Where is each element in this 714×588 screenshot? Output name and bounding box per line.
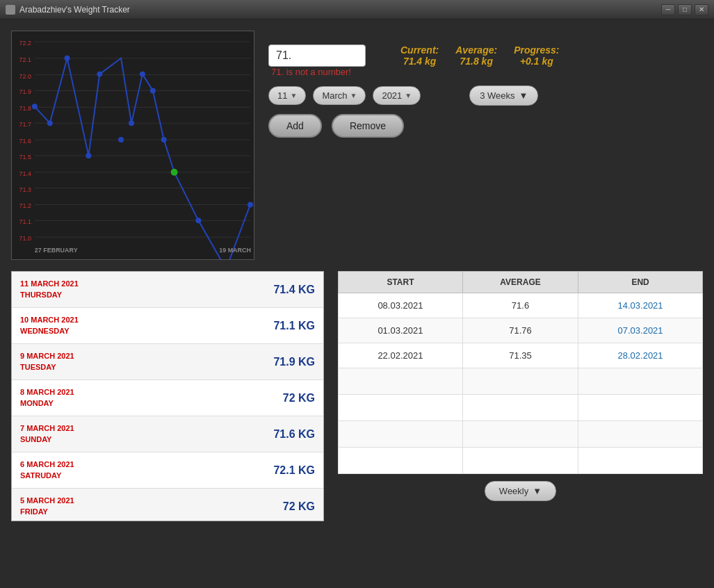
window-title: Arabadzhiev's Weight Tracker [19, 5, 661, 15]
table-row: 01.03.2021 71.76 07.03.2021 [339, 318, 703, 343]
svg-point-30 [97, 72, 102, 77]
log-date: 7 MARCH 2021SUNDAY [20, 423, 74, 445]
log-item: 7 MARCH 2021SUNDAY 71.6 KG [12, 416, 323, 452]
progress-label: Progress: [514, 44, 559, 56]
svg-text:71.0: 71.0 [19, 235, 31, 242]
weight-input-section: 71. is not a number! [268, 44, 366, 77]
log-weight: 71.9 KG [273, 356, 315, 368]
average-value: 71.8 kg [455, 56, 497, 67]
weekly-label: Weekly [499, 486, 528, 496]
date-selectors: 11 ▼ March ▼ 2021 ▼ 3 Weeks ▼ [268, 85, 703, 106]
period-dropdown[interactable]: 3 Weeks ▼ [469, 85, 538, 106]
day-arrow-icon: ▼ [290, 92, 297, 99]
end-cell: 07.03.2021 [578, 318, 703, 343]
svg-text:71.4: 71.4 [19, 170, 31, 177]
stats-container: Current: 71.4 kg Average: 71.8 kg Progre… [400, 44, 560, 67]
month-arrow-icon: ▼ [350, 92, 357, 99]
weekly-dropdown-row: Weekly ▼ [338, 481, 703, 501]
svg-text:71.5: 71.5 [19, 154, 31, 161]
current-value: 71.4 kg [400, 56, 439, 67]
svg-point-32 [129, 120, 134, 126]
svg-point-37 [195, 218, 201, 223]
log-item: 6 MARCH 2021SATRUDAY 72.1 KG [12, 452, 323, 489]
svg-point-29 [86, 153, 91, 158]
svg-text:19 MARCH: 19 MARCH [219, 247, 251, 254]
table-row: 08.03.2021 71.6 14.03.2021 [339, 293, 703, 318]
month-dropdown[interactable]: March ▼ [313, 86, 366, 105]
current-label: Current: [400, 44, 439, 56]
remove-button[interactable]: Remove [332, 114, 404, 138]
log-weight: 72.1 KG [273, 464, 315, 477]
close-button[interactable]: ✕ [695, 4, 708, 15]
svg-text:71.6: 71.6 [19, 138, 31, 145]
svg-text:71.2: 71.2 [19, 202, 31, 209]
log-item: 10 MARCH 2021WEDNESDAY 71.1 KG [12, 308, 323, 344]
col-average: AVERAGE [462, 272, 578, 293]
log-date: 6 MARCH 2021SATRUDAY [20, 459, 74, 481]
app-icon [6, 5, 15, 15]
year-value: 2021 [382, 90, 402, 101]
table-row-empty [339, 368, 703, 395]
bottom-section: 11 MARCH 2021THURSDAY 71.4 KG 10 MARCH 2… [11, 271, 703, 521]
log-date: 5 MARCH 2021FRIDAY [20, 496, 74, 517]
svg-text:72.0: 72.0 [19, 73, 31, 80]
log-date: 8 MARCH 2021MONDAY [20, 387, 74, 409]
period-value: 3 Weeks [480, 90, 514, 101]
period-arrow-icon: ▼ [519, 90, 528, 101]
log-weight: 71.6 KG [273, 428, 315, 441]
svg-text:71.8: 71.8 [19, 105, 31, 112]
start-cell: 08.03.2021 [339, 293, 463, 318]
log-list[interactable]: 11 MARCH 2021THURSDAY 71.4 KG 10 MARCH 2… [11, 271, 324, 521]
error-message: 71. is not a number! [271, 67, 366, 77]
col-start: START [339, 272, 463, 293]
log-item: 11 MARCH 2021THURSDAY 71.4 KG [12, 272, 323, 308]
right-panel: 71. is not a number! Current: 71.4 kg Av… [268, 31, 703, 138]
svg-text:71.9: 71.9 [19, 88, 31, 95]
log-item: 9 MARCH 2021TUESDAY 71.9 KG [12, 344, 323, 380]
table-row-empty [339, 421, 703, 448]
day-dropdown[interactable]: 11 ▼ [268, 86, 306, 105]
end-cell: 28.02.2021 [578, 343, 703, 368]
log-item: 8 MARCH 2021MONDAY 72 KG [12, 380, 323, 416]
log-weight: 72 KG [283, 392, 315, 405]
current-stat: Current: 71.4 kg [400, 44, 439, 67]
svg-point-35 [161, 137, 167, 142]
svg-text:71.3: 71.3 [19, 186, 31, 193]
year-dropdown[interactable]: 2021 ▼ [373, 86, 421, 105]
svg-point-31 [118, 137, 124, 142]
weekly-table-section: START AVERAGE END 08.03.2021 71.6 14.03.… [338, 271, 703, 521]
svg-point-27 [47, 120, 53, 126]
progress-stat: Progress: +0.1 kg [514, 44, 559, 67]
svg-point-33 [140, 72, 145, 77]
average-cell: 71.76 [462, 318, 578, 343]
svg-text:72.1: 72.1 [19, 56, 31, 63]
start-cell: 22.02.2021 [339, 343, 463, 368]
window-controls: ─ □ ✕ [661, 4, 708, 15]
top-section: 72.2 72.1 72.0 71.9 71.8 71.7 71.6 71.5 … [11, 31, 703, 260]
average-cell: 71.35 [462, 343, 578, 368]
title-bar: Arabadzhiev's Weight Tracker ─ □ ✕ [0, 0, 714, 19]
svg-point-36 [171, 169, 178, 176]
svg-point-26 [32, 104, 38, 109]
table-row-empty [339, 395, 703, 421]
weight-chart: 72.2 72.1 72.0 71.9 71.8 71.7 71.6 71.5 … [11, 31, 254, 260]
maximize-button[interactable]: □ [678, 4, 692, 15]
year-arrow-icon: ▼ [405, 92, 412, 99]
weekly-dropdown[interactable]: Weekly ▼ [485, 481, 556, 501]
end-cell: 14.03.2021 [578, 293, 703, 318]
average-label: Average: [455, 44, 497, 56]
svg-point-39 [248, 202, 253, 208]
svg-point-34 [150, 88, 156, 94]
log-weight: 71.4 KG [273, 284, 315, 296]
main-content: 72.2 72.1 72.0 71.9 71.8 71.7 71.6 71.5 … [0, 19, 714, 532]
svg-text:27 FEBRUARY: 27 FEBRUARY [35, 247, 78, 254]
log-item: 5 MARCH 2021FRIDAY 72 KG [12, 489, 323, 521]
log-date: 11 MARCH 2021THURSDAY [20, 279, 79, 300]
weight-input[interactable] [268, 44, 366, 67]
svg-text:71.1: 71.1 [19, 218, 31, 225]
progress-value: +0.1 kg [514, 56, 559, 67]
minimize-button[interactable]: ─ [661, 4, 675, 15]
add-button[interactable]: Add [268, 114, 322, 138]
log-date: 9 MARCH 2021TUESDAY [20, 351, 74, 373]
day-value: 11 [277, 90, 287, 101]
